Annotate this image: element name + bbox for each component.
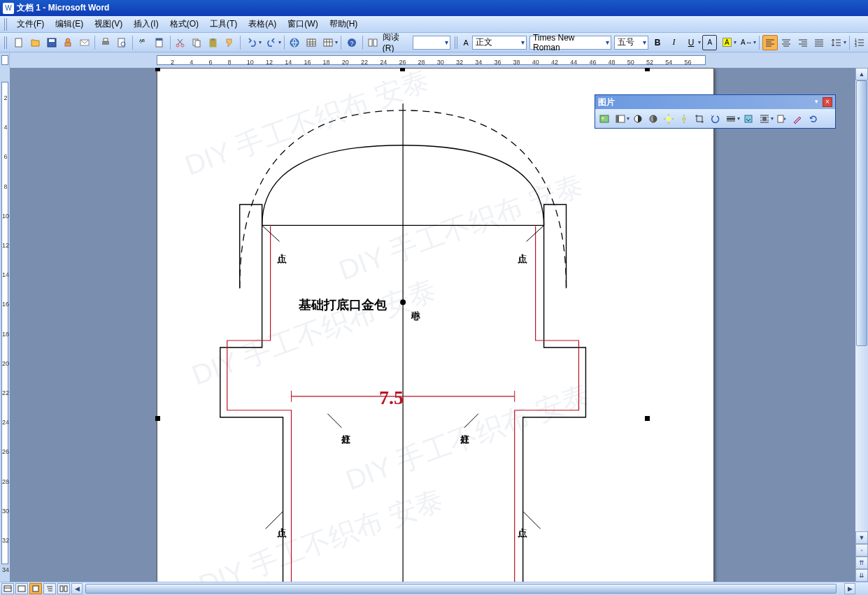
bold-button[interactable]: B (650, 35, 665, 50)
align-center-button[interactable] (779, 35, 794, 50)
reading-label[interactable]: 阅读(R) (383, 31, 410, 53)
reading-layout-button[interactable] (366, 35, 380, 50)
hyperlink-button[interactable] (287, 35, 302, 50)
numbering-button[interactable]: 123 (853, 35, 867, 50)
crop-button[interactable] (692, 112, 706, 126)
reading-view-button[interactable] (57, 583, 70, 594)
next-page-button[interactable]: ⇊ (855, 569, 868, 582)
toolbar-options-button[interactable]: ▾ (811, 97, 821, 107)
normal-view-button[interactable] (1, 583, 14, 594)
menu-help[interactable]: 帮助(H) (324, 16, 364, 32)
rotate-left-button[interactable] (708, 112, 722, 126)
font-size-combo[interactable]: 五号 (614, 36, 648, 50)
document-canvas[interactable]: DIY 手工不织布 安泰 DIY 手工不织布 安泰 DIY 手工不织布 安泰 D… (10, 68, 855, 582)
scroll-up-button[interactable]: ▲ (855, 68, 868, 80)
horizontal-scrollbar[interactable] (85, 583, 844, 594)
more-brightness-button[interactable] (662, 112, 676, 126)
menu-handle[interactable] (4, 18, 8, 31)
picture-toolbar-title-bar[interactable]: 图片 ▾ × (595, 95, 835, 109)
scroll-thumb-h[interactable] (85, 584, 837, 594)
menu-file[interactable]: 文件(F) (11, 16, 50, 32)
style-combo[interactable]: 正文 (472, 36, 527, 50)
help-button[interactable]: ? (344, 35, 359, 50)
menu-insert[interactable]: 插入(I) (128, 16, 164, 32)
svg-rect-17 (195, 41, 200, 47)
menu-window[interactable]: 窗口(W) (282, 16, 323, 32)
font-combo[interactable]: Times New Roman (529, 36, 611, 50)
paste-button[interactable] (206, 35, 220, 50)
highlight-button[interactable]: A (719, 35, 734, 50)
prev-page-button[interactable]: ⇈ (855, 557, 868, 569)
italic-button[interactable]: I (667, 35, 681, 50)
menu-tools[interactable]: 工具(T) (204, 16, 243, 32)
underline-button[interactable]: U (683, 35, 699, 50)
reset-picture-button[interactable] (806, 112, 820, 126)
svg-point-62 (682, 117, 686, 121)
svg-rect-45 (4, 586, 11, 592)
vertical-scrollbar[interactable]: ▲ ▼ ◦ ⇈ ⇊ (855, 68, 868, 582)
svg-rect-48 (33, 586, 38, 592)
open-button[interactable] (28, 35, 43, 50)
tables-borders-button[interactable] (304, 35, 318, 50)
svg-line-41 (266, 511, 283, 529)
more-contrast-button[interactable] (631, 112, 645, 126)
research-button[interactable] (152, 35, 166, 50)
format-painter-button[interactable] (222, 35, 236, 50)
new-button[interactable] (12, 35, 27, 50)
svg-rect-0 (15, 38, 22, 47)
cut-button[interactable] (173, 35, 188, 50)
zoom-combo[interactable] (413, 36, 450, 50)
menu-table[interactable]: 表格(A) (243, 16, 282, 32)
scroll-down-button[interactable]: ▼ (855, 531, 868, 544)
save-button[interactable] (44, 35, 59, 50)
align-justify-button[interactable] (811, 35, 826, 50)
format-picture-button[interactable] (775, 112, 789, 126)
less-contrast-button[interactable] (646, 112, 660, 126)
outline-view-button[interactable] (43, 583, 56, 594)
spelling-button[interactable]: ✓AB (136, 35, 150, 50)
page: DIY 手工不织布 安泰 DIY 手工不织布 安泰 DIY 手工不织布 安泰 D… (157, 68, 714, 582)
insert-table-button[interactable] (320, 35, 336, 50)
print-view-button[interactable] (29, 583, 42, 594)
print-button[interactable] (98, 35, 113, 50)
print-preview-button[interactable] (115, 35, 129, 50)
line-spacing-button[interactable] (829, 35, 844, 50)
text-wrapping-button[interactable] (757, 112, 771, 126)
window-title: 文档 1 - Microsoft Word (17, 2, 109, 14)
format-toolbar-handle[interactable] (455, 36, 459, 49)
toolbar-handle[interactable] (4, 36, 8, 49)
compress-picture-button[interactable] (741, 112, 755, 126)
line-style-button[interactable] (724, 112, 738, 126)
font-border-button[interactable]: A (702, 35, 717, 50)
svg-rect-7 (104, 38, 108, 41)
style-A-icon[interactable]: A (462, 38, 471, 47)
select-browse-object-button[interactable]: ◦ (855, 544, 868, 557)
hscroll-left-button[interactable]: ◀ (71, 583, 83, 594)
menu-view[interactable]: 视图(V) (89, 16, 128, 32)
picture-toolbar[interactable]: 图片 ▾ × ▾ ▾ ▾ (595, 94, 836, 129)
set-transparent-button[interactable] (790, 112, 804, 126)
web-view-button[interactable] (15, 583, 28, 594)
hscroll-right-button[interactable]: ▶ (844, 583, 855, 594)
scroll-thumb-v[interactable] (856, 80, 867, 346)
svg-rect-67 (778, 115, 783, 122)
toolbar-close-button[interactable]: × (823, 97, 832, 107)
menu-format[interactable]: 格式(O) (164, 16, 204, 32)
align-right-button[interactable] (795, 35, 810, 50)
redo-button[interactable] (264, 35, 279, 50)
svg-rect-21 (307, 39, 315, 46)
svg-rect-2 (49, 39, 55, 42)
vertical-ruler[interactable]: 246810121416182022242628303234 (0, 68, 10, 582)
copy-button[interactable] (190, 35, 204, 50)
horizontal-ruler[interactable]: 2468101214161820222426283032343638404244… (0, 52, 868, 68)
align-left-button[interactable] (762, 35, 777, 50)
tab-selector[interactable] (0, 52, 10, 68)
permission-button[interactable] (61, 35, 76, 50)
mail-button[interactable] (77, 35, 92, 50)
undo-button[interactable] (244, 35, 259, 50)
menu-edit[interactable]: 编辑(E) (50, 16, 89, 32)
insert-picture-button[interactable] (597, 112, 611, 126)
less-brightness-button[interactable] (677, 112, 691, 126)
char-scaling-button[interactable]: A↔ (739, 35, 754, 50)
color-button[interactable] (613, 112, 627, 126)
